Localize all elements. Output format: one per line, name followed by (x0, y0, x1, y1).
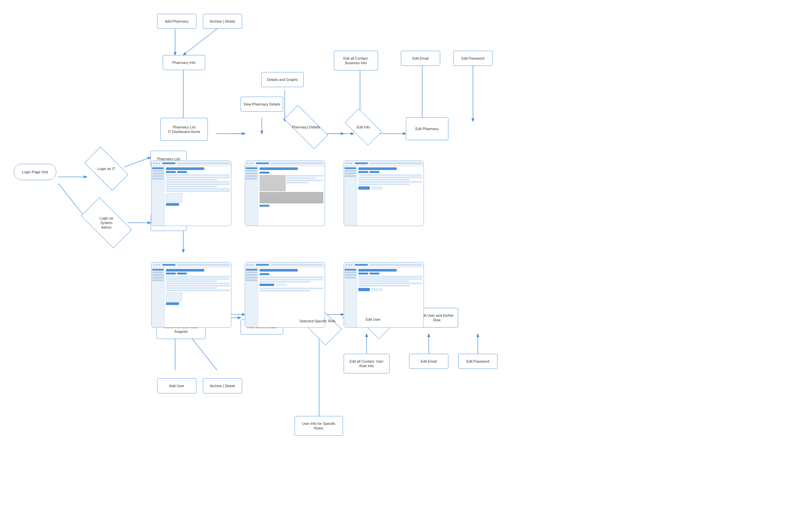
edit-pharmacy-node: Edit Pharmacy (406, 117, 448, 140)
edit-info-node: Edit Info (347, 117, 380, 137)
svg-line-8 (183, 29, 217, 55)
edit-password-top-label: Edit Password (462, 56, 484, 60)
details-graphs-node: Details and Graphs (261, 72, 304, 87)
edit-email-bottom-label: Edit Email (421, 359, 437, 364)
flowchart-canvas: Add Pharmacy Archive | Delete Pharmacy I… (0, 0, 812, 530)
edit-contact-business-label: Edit all Contact,Business Info (343, 56, 368, 66)
edit-password-bottom-label: Edit Password (466, 359, 489, 364)
edit-password-bottom-node: Edit Password (458, 354, 497, 369)
add-pharmacy-node: Add Pharmacy (157, 14, 197, 29)
edit-contact-user-role-label: Edit all Contact, UserRole Info (350, 359, 383, 368)
pharmacy-info-node: Pharmacy Info (163, 55, 205, 70)
add-user-node: Add User (157, 378, 197, 393)
user-info-specific-roles-node: User Info for SpecificRoles (294, 416, 343, 436)
edit-user-label: Edit User (366, 317, 380, 322)
svg-line-1 (125, 157, 150, 167)
screen3 (344, 161, 424, 226)
pharmacy-info-label: Pharmacy Info (173, 60, 196, 65)
pharmacy-list-dashboard-label: Pharmacy ListIT Dashboard Home (168, 125, 200, 134)
edit-email-top-node: Edit Email (401, 51, 440, 66)
login-as-admin-node: Login asSystemAdmin (84, 210, 129, 236)
edit-email-bottom-node: Edit Email (409, 354, 448, 369)
login-page-visit-label: Login Page Visit (22, 170, 48, 174)
details-graphs-label: Details and Graphs (267, 77, 298, 82)
pharmacy-details-label: Pharmacy Details (292, 125, 320, 129)
screen2 (245, 161, 325, 226)
add-pharmacy-label: Add Pharmacy (165, 19, 189, 24)
login-page-visit-node: Login Page Visit (14, 164, 56, 180)
archive-delete-top-node: Archive | Delete (203, 14, 242, 29)
edit-contact-business-node: Edit all Contact,Business Info (334, 51, 378, 70)
pharmacy-list-dashboard-node: Pharmacy ListIT Dashboard Home (160, 118, 208, 141)
edit-pharmacy-label: Edit Pharmacy (415, 126, 439, 131)
screen4 (151, 262, 231, 327)
edit-contact-user-role-node: Edit all Contact, UserRole Info (344, 354, 390, 373)
edit-info-label: Edit Info (357, 125, 370, 129)
archive-delete-top-label: Archive | Delete (210, 19, 235, 24)
screen6 (344, 262, 424, 327)
view-pharmacy-details-node: View Pharmacy Details (241, 97, 283, 112)
edit-password-top-node: Edit Password (453, 51, 493, 66)
screen1 (151, 161, 231, 226)
user-info-specific-roles-label: User Info for SpecificRoles (302, 421, 335, 431)
login-as-it-label: Login as IT (98, 166, 115, 171)
login-as-admin-label: Login asSystemAdmin (100, 216, 113, 230)
add-user-label: Add User (169, 383, 184, 388)
archive-delete-bottom-label: Archive | Delete (210, 383, 235, 388)
view-pharmacy-details-label: View Pharmacy Details (244, 102, 280, 107)
edit-email-top-label: Edit Email (412, 56, 429, 60)
edit-user-role-label: Edit User and his/herRole (420, 313, 454, 323)
login-as-it-node: Login as IT (87, 157, 126, 180)
screen5 (245, 262, 325, 327)
archive-delete-bottom-node: Archive | Delete (203, 378, 242, 393)
pharmacy-details-node: Pharmacy Details (285, 117, 327, 137)
selected-specific-role-label: Selected Specific Role (300, 319, 335, 323)
